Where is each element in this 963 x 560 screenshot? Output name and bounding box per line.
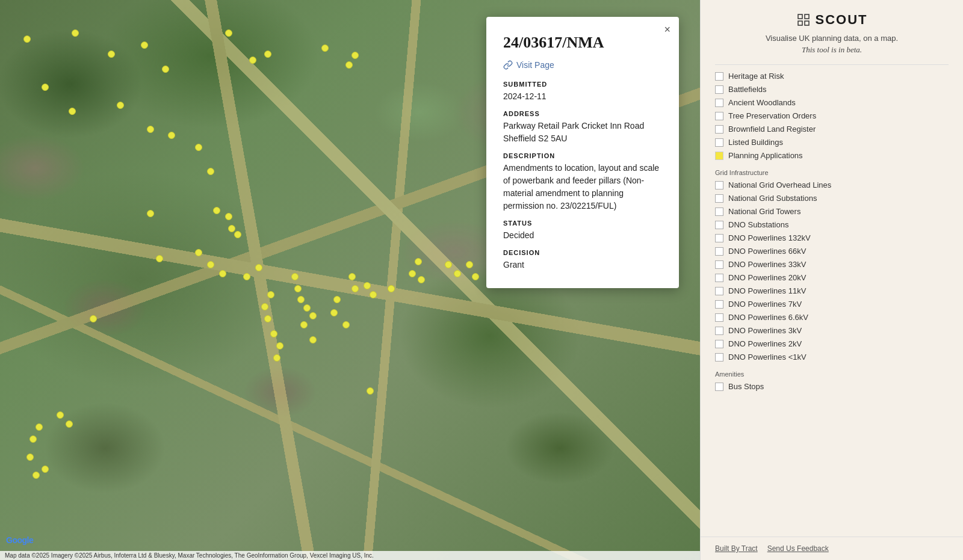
- map-marker[interactable]: [273, 354, 280, 362]
- checkbox-row-brownfield[interactable]: Brownfield Land Register: [715, 124, 949, 134]
- map-marker[interactable]: [388, 285, 395, 292]
- map-marker[interactable]: [333, 296, 341, 303]
- map-marker[interactable]: [303, 304, 311, 312]
- map-marker[interactable]: [276, 342, 283, 349]
- popup-close-button[interactable]: ×: [664, 24, 670, 35]
- map-marker[interactable]: [66, 420, 73, 428]
- checkbox-ancient-woodlands[interactable]: [715, 99, 723, 107]
- checkbox-row-dno-substations[interactable]: DNO Substations: [715, 220, 949, 230]
- map-marker[interactable]: [225, 213, 232, 220]
- checkbox-national-grid-towers[interactable]: [715, 208, 723, 216]
- map-marker[interactable]: [23, 35, 31, 43]
- checkbox-row-planning-applications[interactable]: Planning Applications: [715, 150, 949, 161]
- map-marker[interactable]: [472, 273, 479, 280]
- checkbox-dno-lt1kv[interactable]: [715, 353, 723, 362]
- map-marker[interactable]: [141, 42, 148, 49]
- map-marker[interactable]: [228, 225, 235, 232]
- map-marker[interactable]: [300, 321, 308, 328]
- checkbox-dno-66kv[interactable]: [715, 247, 723, 256]
- map-marker[interactable]: [195, 144, 202, 151]
- checkbox-brownfield[interactable]: [715, 125, 723, 134]
- map-marker[interactable]: [26, 454, 34, 461]
- checkbox-row-dno-lt1kv[interactable]: DNO Powerlines <1kV: [715, 352, 949, 362]
- map-marker[interactable]: [57, 411, 64, 419]
- map-marker[interactable]: [255, 264, 262, 271]
- map-marker[interactable]: [445, 261, 452, 268]
- map-marker[interactable]: [342, 321, 350, 328]
- checkbox-row-dno-33kv[interactable]: DNO Powerlines 33kV: [715, 259, 949, 269]
- checkbox-planning-applications[interactable]: [715, 152, 723, 160]
- checkbox-row-dno-66kv[interactable]: DNO Powerlines 66kV: [715, 246, 949, 256]
- checkbox-row-dno-6-6kv[interactable]: DNO Powerlines 6.6kV: [715, 312, 949, 322]
- map-marker[interactable]: [147, 210, 154, 217]
- map-marker[interactable]: [225, 29, 232, 37]
- map-marker[interactable]: [219, 270, 226, 277]
- map-marker[interactable]: [351, 285, 359, 292]
- map-marker[interactable]: [156, 255, 163, 262]
- map-marker[interactable]: [291, 273, 299, 280]
- map-marker[interactable]: [297, 296, 305, 303]
- map-marker[interactable]: [348, 273, 356, 280]
- map-marker[interactable]: [42, 84, 49, 91]
- checkbox-row-national-grid-towers[interactable]: National Grid Towers: [715, 206, 949, 217]
- map-marker[interactable]: [72, 29, 79, 37]
- checkbox-dno-7kv[interactable]: [715, 300, 723, 309]
- map-marker[interactable]: [195, 249, 202, 256]
- map-marker[interactable]: [418, 276, 425, 283]
- map-marker[interactable]: [108, 51, 115, 58]
- map-marker[interactable]: [162, 66, 169, 73]
- map-marker[interactable]: [309, 336, 317, 343]
- built-by-tract-link[interactable]: Built By Tract: [715, 544, 758, 553]
- map-marker[interactable]: [243, 273, 250, 280]
- map-marker[interactable]: [261, 303, 268, 310]
- send-feedback-link[interactable]: Send Us Feedback: [767, 544, 829, 553]
- map-marker[interactable]: [147, 126, 154, 133]
- map-marker[interactable]: [234, 231, 241, 238]
- checkbox-dno-33kv[interactable]: [715, 260, 723, 269]
- map-marker[interactable]: [42, 466, 49, 473]
- checkbox-row-dno-132kv[interactable]: DNO Powerlines 132kV: [715, 233, 949, 243]
- checkbox-heritage-at-risk[interactable]: [715, 72, 723, 81]
- map-marker[interactable]: [270, 330, 277, 337]
- map-marker[interactable]: [370, 291, 377, 298]
- checkbox-dno-2kv[interactable]: [715, 340, 723, 348]
- checkbox-row-national-grid-substations[interactable]: National Grid Substations: [715, 193, 949, 203]
- map-marker[interactable]: [309, 312, 317, 319]
- checkbox-dno-3kv[interactable]: [715, 327, 723, 335]
- map-marker[interactable]: [249, 57, 256, 64]
- checkbox-row-heritage-at-risk[interactable]: Heritage at Risk: [715, 71, 949, 81]
- map-marker[interactable]: [364, 282, 371, 289]
- map-marker[interactable]: [213, 207, 220, 214]
- map-marker[interactable]: [345, 61, 353, 69]
- checkbox-tree-preservation[interactable]: [715, 112, 723, 120]
- checkbox-row-listed-buildings[interactable]: Listed Buildings: [715, 137, 949, 147]
- map-marker[interactable]: [267, 291, 274, 298]
- checkbox-dno-132kv[interactable]: [715, 234, 723, 242]
- map-marker[interactable]: [415, 258, 422, 265]
- checkbox-row-dno-2kv[interactable]: DNO Powerlines 2kV: [715, 339, 949, 349]
- map-marker[interactable]: [409, 270, 416, 277]
- checkbox-dno-20kv[interactable]: [715, 274, 723, 282]
- map-marker[interactable]: [33, 472, 40, 479]
- checkbox-dno-11kv[interactable]: [715, 287, 723, 295]
- checkbox-dno-substations[interactable]: [715, 221, 723, 229]
- checkbox-row-dno-20kv[interactable]: DNO Powerlines 20kV: [715, 272, 949, 283]
- checkbox-row-dno-7kv[interactable]: DNO Powerlines 7kV: [715, 299, 949, 309]
- checkbox-national-grid-overhead[interactable]: [715, 181, 723, 189]
- map-marker[interactable]: [454, 270, 461, 277]
- checkbox-row-tree-preservation[interactable]: Tree Preservation Orders: [715, 111, 949, 121]
- map-marker[interactable]: [367, 387, 374, 395]
- checkbox-row-bus-stops[interactable]: Bus Stops: [715, 381, 949, 392]
- checkbox-listed-buildings[interactable]: [715, 138, 723, 147]
- map-marker[interactable]: [69, 108, 76, 115]
- map-marker[interactable]: [117, 102, 124, 109]
- map-marker[interactable]: [90, 315, 97, 322]
- map-marker[interactable]: [36, 423, 43, 431]
- map-marker[interactable]: [264, 315, 271, 322]
- checkbox-dno-6-6kv[interactable]: [715, 313, 723, 322]
- checkbox-row-national-grid-overhead[interactable]: National Grid Overhead Lines: [715, 180, 949, 190]
- checkbox-bus-stops[interactable]: [715, 383, 723, 391]
- map-marker[interactable]: [168, 132, 175, 139]
- map-marker[interactable]: [294, 285, 302, 292]
- checkbox-row-dno-11kv[interactable]: DNO Powerlines 11kV: [715, 286, 949, 296]
